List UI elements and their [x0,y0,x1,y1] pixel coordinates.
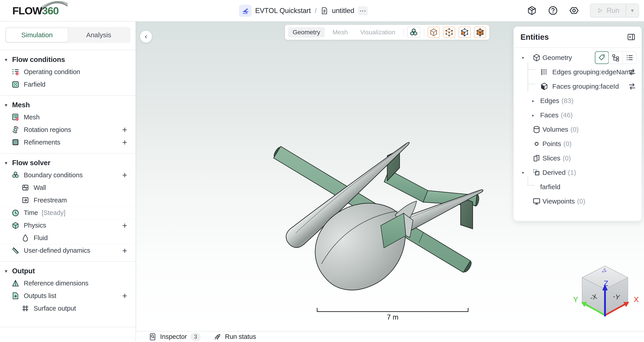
entity-row-faces-grouping[interactable]: Faces grouping:faceId [514,79,642,94]
hierarchy-icon [612,54,620,62]
select-vertices-button[interactable] [428,27,440,38]
swap-faces-grouping-button[interactable] [627,82,637,91]
cube-face-icon [460,28,469,37]
sidebar-collapse-button[interactable]: ‹ [140,31,152,43]
select-faces-button[interactable] [458,27,471,38]
entity-row-slices[interactable]: Slices (0) [514,151,642,165]
settings-button[interactable] [569,6,579,16]
run-options-button[interactable]: ▼ [626,4,638,17]
fluid-icon [22,234,29,242]
mesh-icon [12,113,19,121]
group-by-tag-button[interactable] [595,51,609,64]
select-edges-button[interactable] [443,27,455,38]
flat-list-button[interactable] [622,52,636,64]
scale-bar-line [317,308,468,312]
entity-row-edges-grouping[interactable]: Edges grouping:edgeName [514,65,642,79]
run-button[interactable]: Run [590,4,626,17]
sidebar-item-surface-output[interactable]: Surface output [0,302,136,315]
tab-simulation[interactable]: Simulation [6,28,68,42]
section-header-output[interactable]: ▾ Output [0,265,136,277]
sidebar-item-reference-dimensions[interactable]: Reference dimensions [0,277,136,289]
sidebar-item-refinements[interactable]: Refinements + [0,136,136,149]
tag-icon [598,54,606,62]
entity-row-points[interactable]: Points (0) [514,137,642,151]
entity-count: (0) [577,197,586,205]
entities-tree: ▾ Geometry Edges grouping:ed [514,48,642,208]
add-output-button[interactable]: + [120,291,129,300]
document-icon [321,7,328,15]
sidebar-item-rotation-regions[interactable]: Rotation regions + [0,123,136,136]
sidebar-item-time[interactable]: Time [Steady] [0,206,136,219]
sidebar-item-freestream[interactable]: Freestream [0,194,136,206]
sidebar-item-operating-condition[interactable]: Operating condition [0,66,136,78]
select-bodies-button[interactable] [474,27,486,38]
caret-down-icon[interactable]: ▾ [520,170,526,175]
tab-analysis[interactable]: Analysis [68,28,130,42]
entity-row-derived[interactable]: ▾ Derived (1) [514,165,642,180]
outputs-list-icon [12,292,19,299]
assets-box-button[interactable] [527,6,537,16]
add-user-defined-dynamics-button[interactable]: + [120,246,129,255]
sidebar-item-user-defined-dynamics[interactable]: User-defined dynamics + [0,244,136,257]
breadcrumb-project-name[interactable]: EVTOL Quickstart [255,7,311,15]
add-rotation-region-button[interactable]: + [120,125,129,134]
swap-edges-grouping-button[interactable] [627,67,637,77]
entity-count: (0) [563,140,572,148]
breadcrumb-more-button[interactable]: ⋯ [358,6,368,15]
viewport-tab-geometry[interactable]: Geometry [288,27,325,38]
volumes-icon [532,125,541,134]
flow360-logo[interactable]: FLOW360 [12,5,58,17]
slices-icon [532,154,541,162]
top-actions: Run ▼ [527,4,639,18]
entity-label: Viewpoints [542,197,575,205]
entity-row-farfield[interactable]: farfield [514,180,642,194]
caret-right-icon[interactable]: ▸ [530,113,536,118]
geometry-icon [532,54,541,62]
caret-right-icon[interactable]: ▸ [530,98,536,104]
sidebar-item-outputs-list[interactable]: Outputs list + [0,289,136,302]
inspector-tab[interactable]: Inspector 3 [149,332,201,341]
inspector-count-badge: 3 [190,332,201,341]
sidebar-item-fluid[interactable]: Fluid [0,232,136,244]
run-status-tab[interactable]: Run status [214,333,256,341]
help-button[interactable] [548,6,558,16]
inspector-icon [149,333,156,341]
hex-cluster-icon [410,28,418,37]
add-refinement-button[interactable]: + [120,138,129,147]
entity-row-geometry[interactable]: ▾ Geometry [514,51,642,65]
caret-down-icon[interactable]: ▾ [520,55,526,60]
item-label: Farfield [24,81,46,88]
entity-row-edges[interactable]: ▸ Edges (83) [514,94,642,108]
section-header-mesh[interactable]: ▾ Mesh [0,99,136,111]
caret-down-icon: ▾ [4,268,8,274]
entity-row-viewpoints[interactable]: Viewpoints (0) [514,194,642,208]
sidebar-item-physics[interactable]: Physics + [0,219,136,232]
sidebar-item-mesh[interactable]: Mesh [0,111,136,123]
user-defined-dynamics-icon [12,247,19,254]
item-label: User-defined dynamics [24,247,90,254]
caret-down-icon: ▾ [4,102,8,108]
sidebar-item-wall[interactable]: Wall [0,181,136,194]
entity-count: (0) [570,126,579,133]
entity-label: Slices [542,154,560,162]
project-icon-chip[interactable] [239,5,252,17]
group-by-hierarchy-button[interactable] [608,52,622,64]
breadcrumb-file-name[interactable]: untitled [332,7,354,15]
entities-collapse-button[interactable] [627,33,636,42]
entity-row-faces[interactable]: ▸ Faces (46) [514,108,642,122]
entity-row-volumes[interactable]: Volumes (0) [514,122,642,137]
sidebar-item-farfield[interactable]: Farfield [0,78,136,91]
boundary-display-toggle[interactable] [407,27,420,38]
sidebar-item-boundary-conditions[interactable]: Boundary conditions + [0,169,136,181]
orientation-view-cube[interactable]: +Z Z -X -Y Y X [568,263,642,323]
section-header-flow-conditions[interactable]: ▾ Flow conditions [0,54,136,66]
viewport-tab-mesh[interactable]: Mesh [328,27,352,38]
viewport-tab-visualization[interactable]: Visualization [356,27,400,38]
section-header-flow-solver[interactable]: ▾ Flow solver [0,157,136,169]
toolbar-divider [424,28,424,36]
caret-down-icon: ▾ [4,160,8,166]
faces-grouping-icon [540,82,548,90]
add-physics-button[interactable]: + [120,221,129,230]
section-flow-conditions: ▾ Flow conditions Operating condition Fa… [0,50,136,95]
add-boundary-condition-button[interactable]: + [120,171,129,180]
